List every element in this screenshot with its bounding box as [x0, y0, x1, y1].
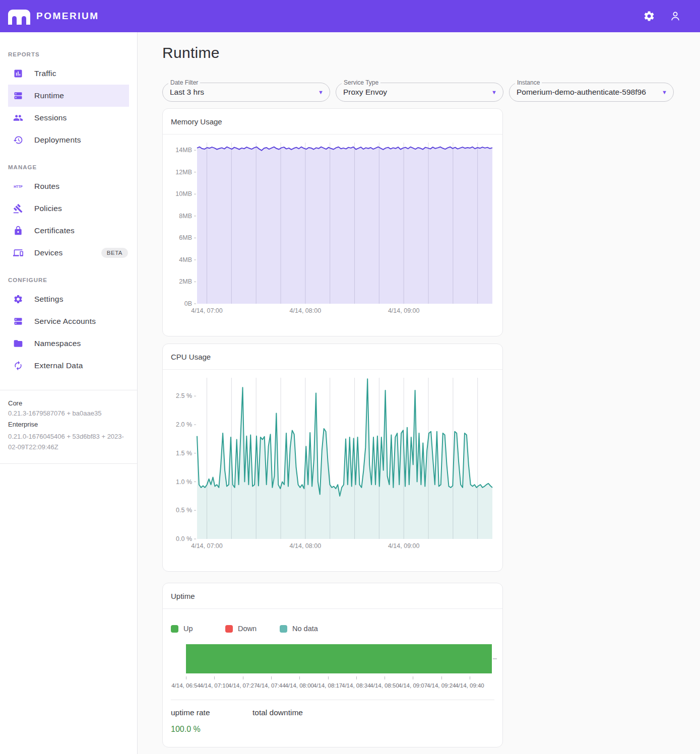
uptime-axis-tick: [441, 676, 442, 679]
bar-chart-icon: [13, 68, 23, 79]
nav-section-reports: REPORTS: [0, 51, 137, 57]
uptime-tick-label: 4/14, 06:54: [171, 682, 201, 689]
account-icon[interactable]: [669, 10, 682, 23]
legend-swatch-down: [225, 625, 233, 633]
sidebar-item-certificates[interactable]: Certificates: [8, 220, 129, 242]
nav-section-manage: MANAGE: [0, 164, 137, 170]
sidebar-divider: [0, 463, 137, 464]
svg-text:8MB: 8MB: [179, 213, 192, 220]
uptime-tick-label: 4/14, 08:50: [370, 682, 399, 689]
legend-item-no-data: No data: [280, 625, 334, 633]
uptime-axis-tick: [493, 658, 497, 659]
uptime-tick-label: 4/14, 08:34: [342, 682, 371, 689]
legend-label: Up: [183, 625, 193, 633]
svg-text:4/14, 07:00: 4/14, 07:00: [191, 542, 223, 550]
uptime-legend: UpDownNo data: [171, 621, 494, 636]
sidebar-item-settings[interactable]: Settings: [8, 288, 129, 310]
svg-text:0.5 %: 0.5 %: [176, 507, 192, 514]
svg-text:12MB: 12MB: [175, 169, 192, 176]
instance-select[interactable]: InstancePomerium-demo-authenticate-598f9…: [509, 83, 674, 102]
uptime-axis-tick: [413, 676, 413, 679]
memory-usage-card: Memory Usage 0B2MB4MB6MB8MB10MB12MB14MB4…: [162, 108, 503, 336]
svg-text:6MB: 6MB: [179, 234, 192, 241]
sidebar-item-sessions[interactable]: Sessions: [8, 107, 129, 129]
uptime-axis-tick: [328, 676, 329, 679]
sync-icon: [13, 361, 23, 371]
sidebar-item-label: Service Accounts: [34, 317, 96, 326]
enterprise-version-value: 0.21.0-1676045406 + 53d6bf83 + 2023-02-0…: [8, 432, 129, 452]
svg-text:10MB: 10MB: [175, 190, 192, 197]
legend-swatch-no-data: [280, 625, 287, 633]
select-label: Service Type: [342, 79, 380, 86]
sidebar: REPORTSTrafficRuntimeSessionsDeployments…: [0, 32, 138, 754]
history-icon: [13, 135, 23, 145]
uptime-axis-tick: [214, 676, 215, 679]
uptime-tick-label: 4/14, 07:10: [200, 682, 229, 689]
chevron-down-icon: ▼: [662, 89, 667, 95]
select-value: Pomerium-demo-authenticate-598f96: [517, 88, 659, 97]
sidebar-item-namespaces[interactable]: Namespaces: [8, 332, 129, 355]
beta-badge: BETA: [101, 248, 128, 258]
cpu-usage-card: CPU Usage 0.0 %0.5 %1.0 %1.5 %2.0 %2.5 %…: [162, 344, 503, 572]
memory-usage-card-title: Memory Usage: [163, 109, 502, 134]
chevron-down-icon: ▼: [491, 89, 497, 95]
date-filter-select[interactable]: Date FilterLast 3 hrs▼: [162, 83, 330, 102]
filters-row: Date FilterLast 3 hrs▼Service TypeProxy …: [162, 83, 700, 102]
sidebar-item-label: Deployments: [34, 135, 81, 145]
gavel-icon: [13, 203, 23, 214]
svg-text:4/14, 09:00: 4/14, 09:00: [388, 307, 420, 314]
svg-text:4/14, 08:00: 4/14, 08:00: [290, 542, 322, 550]
select-label: Instance: [515, 79, 542, 86]
folder-icon: [13, 338, 23, 349]
brand-name: POMERIUM: [36, 11, 99, 22]
storage-icon: [13, 316, 23, 326]
sidebar-item-label: Devices: [34, 248, 63, 257]
nav-section-configure: CONFIGURE: [0, 277, 137, 283]
legend-label: No data: [292, 625, 318, 633]
sidebar-item-devices[interactable]: DevicesBETA: [8, 242, 129, 264]
cpu-usage-chart: 0.0 %0.5 %1.0 %1.5 %2.0 %2.5 %4/14, 07:0…: [163, 370, 502, 571]
svg-text:HTTP: HTTP: [14, 185, 23, 188]
sidebar-item-traffic[interactable]: Traffic: [8, 62, 129, 85]
sidebar-item-runtime[interactable]: Runtime: [8, 85, 129, 107]
sidebar-item-external-data[interactable]: External Data: [8, 355, 129, 377]
uptime-chart: 4/14, 06:544/14, 07:104/14, 07:274/14, 0…: [171, 644, 494, 693]
uptime-tick-label: 4/14, 09:24: [427, 682, 456, 689]
sidebar-item-label: Traffic: [34, 69, 56, 78]
sidebar-item-deployments[interactable]: Deployments: [8, 129, 129, 151]
sidebar-item-policies[interactable]: Policies: [8, 197, 129, 220]
uptime-tick-label: 4/14, 08:00: [285, 682, 314, 689]
uptime-axis-tick: [385, 676, 385, 679]
uptime-tick-label: 4/14, 07:44: [257, 682, 286, 689]
sidebar-item-routes[interactable]: HTTPRoutes: [8, 175, 129, 197]
page-title: Runtime: [162, 44, 700, 61]
version-info: Core0.21.3-1679587076 + ba0aae35Enterpri…: [0, 390, 137, 461]
svg-text:4/14, 08:00: 4/14, 08:00: [290, 307, 322, 314]
uptime-axis-tick: [470, 676, 470, 679]
sidebar-item-service-accounts[interactable]: Service Accounts: [8, 310, 129, 332]
legend-item-up: Up: [171, 625, 225, 633]
svg-text:4/14, 09:00: 4/14, 09:00: [388, 542, 420, 550]
memory-usage-chart: 0B2MB4MB6MB8MB10MB12MB14MB4/14, 07:004/1…: [163, 134, 502, 336]
legend-swatch-up: [171, 625, 178, 633]
svg-text:1.0 %: 1.0 %: [176, 478, 192, 486]
uptime-rate-label: uptime rate: [171, 708, 252, 717]
cpu-usage-card-title: CPU Usage: [163, 344, 502, 370]
sidebar-item-label: Routes: [34, 182, 59, 191]
svg-text:1.5 %: 1.5 %: [176, 450, 192, 457]
select-value: Last 3 hrs: [170, 88, 315, 97]
sidebar-item-label: Settings: [34, 295, 63, 304]
svg-text:4/14, 07:00: 4/14, 07:00: [191, 307, 223, 314]
service-type-select[interactable]: Service TypeProxy Envoy▼: [336, 83, 503, 102]
uptime-card: Uptime UpDownNo data 4/14, 06:544/14, 07…: [162, 583, 503, 747]
settings-gear-icon[interactable]: [643, 10, 656, 23]
sidebar-item-label: Namespaces: [34, 339, 81, 348]
uptime-stats: uptime rate total downtime 100.0 %: [171, 700, 494, 747]
uptime-tick-label: 4/14, 08:17: [313, 682, 343, 689]
svg-text:2.0 %: 2.0 %: [176, 421, 192, 428]
uptime-axis-tick: [356, 676, 357, 679]
http-icon: HTTP: [13, 181, 23, 191]
pomerium-logo: POMERIUM: [8, 8, 99, 25]
uptime-tick-label: 4/14, 07:27: [228, 682, 258, 689]
uptime-axis-tick: [186, 676, 186, 679]
